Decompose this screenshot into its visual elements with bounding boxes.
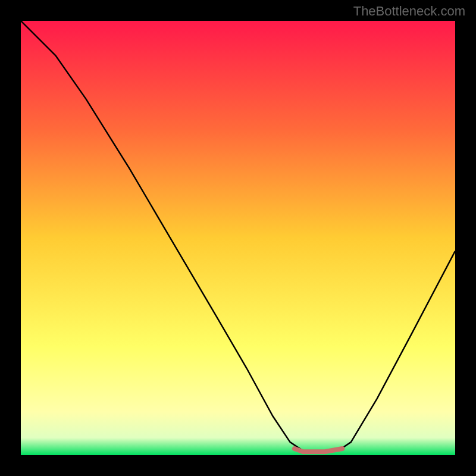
chart-background bbox=[21, 21, 455, 455]
bottleneck-chart bbox=[21, 21, 455, 455]
watermark-text: TheBottleneck.com bbox=[353, 4, 465, 19]
chart-svg bbox=[21, 21, 455, 455]
